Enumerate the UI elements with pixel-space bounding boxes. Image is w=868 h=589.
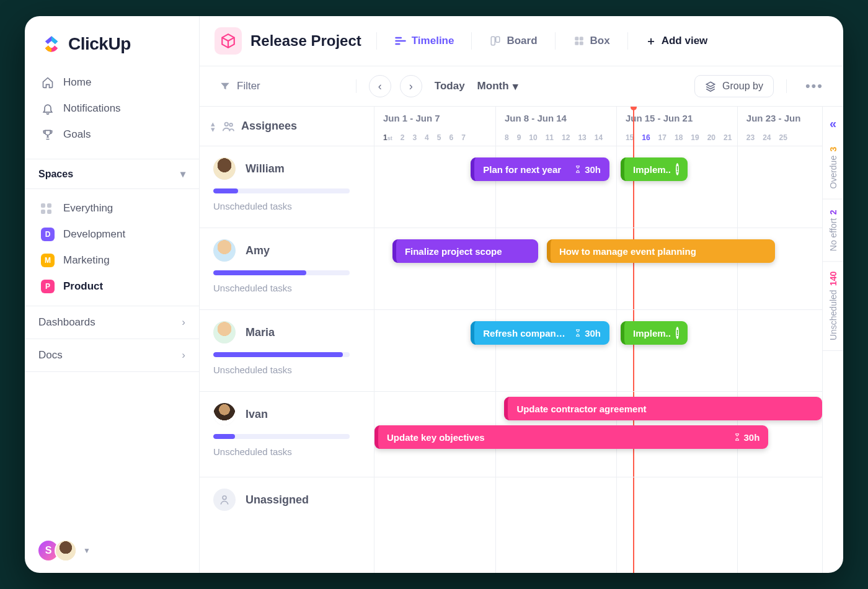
group-by-button[interactable]: Group by — [694, 75, 774, 97]
unscheduled-tasks-link[interactable]: Unscheduled tasks — [213, 446, 360, 457]
avatar-user — [55, 539, 77, 562]
avatar — [213, 321, 236, 343]
range-select[interactable]: Month ▾ — [477, 80, 518, 93]
space-development[interactable]: D Development — [32, 221, 192, 247]
home-icon — [41, 76, 55, 89]
separator — [356, 79, 356, 93]
space-product[interactable]: P Product — [32, 273, 192, 299]
assignee-row[interactable]: Amy Unscheduled tasks — [200, 228, 374, 310]
separator — [786, 79, 787, 93]
sort-icon: ▴▾ — [211, 121, 215, 132]
nav-docs[interactable]: Docs › — [25, 339, 199, 372]
nav-home[interactable]: Home — [32, 69, 192, 95]
unscheduled-tasks-link[interactable]: Unscheduled tasks — [213, 365, 360, 375]
view-tab-box[interactable]: Box — [567, 31, 616, 51]
rail-noeffort-label: No effort — [828, 218, 838, 250]
assignee-row-unassigned[interactable]: Unassigned — [200, 477, 374, 527]
rail-noeffort-count: 2 — [828, 210, 838, 215]
avatar — [213, 157, 236, 180]
space-badge-p: P — [41, 280, 55, 293]
spaces-title: Spaces — [38, 169, 73, 180]
rail-overdue[interactable]: Overdue 3 — [823, 137, 843, 200]
assignee-row[interactable]: William Unscheduled tasks — [200, 146, 374, 228]
chevron-right-icon: › — [182, 349, 185, 361]
task-label: Implem.. — [633, 164, 671, 175]
range-label: Month — [477, 80, 509, 92]
assignee-header[interactable]: ▴▾ Assignees — [200, 107, 374, 146]
caret-down-icon: ▼ — [83, 546, 91, 555]
separator — [627, 32, 628, 50]
assignee-row[interactable]: Maria Unscheduled tasks — [200, 310, 374, 392]
svg-rect-4 — [575, 42, 578, 45]
more-button[interactable]: ••• — [799, 76, 830, 97]
nav-notifications[interactable]: Notifications — [32, 95, 192, 122]
rail-noeffort[interactable]: No effort 2 — [823, 200, 843, 262]
today-button[interactable]: Today — [431, 78, 469, 95]
avatar — [213, 239, 236, 262]
task-bar[interactable]: Finalize project scope — [392, 239, 538, 263]
chevron-down-icon: ▾ — [513, 80, 518, 93]
task-bar[interactable]: Implem..! — [621, 157, 688, 181]
workload-bar — [213, 434, 350, 439]
separator — [376, 32, 377, 50]
space-marketing[interactable]: M Marketing — [32, 247, 192, 273]
rail-unscheduled[interactable]: Unscheduled 140 — [823, 262, 843, 351]
timeline-lane: Update contractor agreementUpdate key ob… — [374, 392, 822, 477]
people-icon — [221, 120, 235, 133]
chevron-down-icon: ▾ — [180, 168, 185, 180]
board-icon — [489, 35, 502, 47]
task-bar[interactable]: Update contractor agreement — [504, 397, 822, 420]
week-label: Jun 23 - Jun — [746, 113, 822, 123]
timeline-lane: Plan for next year30hImplem..! — [374, 146, 822, 228]
filter-button[interactable]: Filter — [213, 76, 267, 96]
svg-rect-0 — [492, 37, 495, 45]
timeline-icon — [394, 35, 407, 47]
task-bar[interactable]: How to manage event planning — [547, 239, 775, 263]
unscheduled-tasks-link[interactable]: Unscheduled tasks — [213, 201, 360, 211]
task-bar[interactable]: Refresh compan…30h — [471, 321, 609, 345]
assignee-name: Maria — [246, 326, 275, 339]
unscheduled-tasks-link[interactable]: Unscheduled tasks — [213, 283, 360, 293]
svg-point-7 — [229, 123, 232, 126]
view-tab-box-label: Box — [590, 35, 610, 47]
prev-button[interactable]: ‹ — [369, 75, 391, 97]
task-estimate: 30h — [574, 328, 601, 339]
nav-goals-label: Goals — [63, 128, 91, 141]
space-marketing-label: Marketing — [63, 254, 110, 267]
task-estimate: 30h — [574, 164, 601, 175]
filter-icon — [219, 81, 231, 92]
user-switcher[interactable]: S ▼ — [25, 528, 199, 573]
brand: ClickUp — [25, 16, 199, 67]
assignee-name: Amy — [246, 244, 270, 257]
task-bar[interactable]: Implem..! — [621, 321, 688, 345]
view-tab-board[interactable]: Board — [483, 31, 543, 51]
rail-unscheduled-label: Unscheduled — [828, 290, 838, 340]
add-view-button[interactable]: ＋ Add view — [639, 31, 714, 51]
rail-unscheduled-count: 140 — [828, 272, 838, 286]
brand-name: ClickUp — [68, 34, 131, 54]
week-header: Jun 15 - Jun 2115161718192021 — [616, 107, 737, 146]
nav-goals[interactable]: Goals — [32, 122, 192, 148]
chevron-left-icon: ‹ — [378, 80, 382, 93]
assignee-row[interactable]: Ivan Unscheduled tasks — [200, 392, 374, 477]
nav-dashboards[interactable]: Dashboards › — [25, 306, 199, 339]
avatar — [213, 403, 236, 425]
view-tab-timeline-label: Timeline — [412, 35, 454, 47]
workload-bar — [213, 352, 350, 357]
view-tab-timeline[interactable]: Timeline — [388, 31, 461, 51]
chevron-right-icon: › — [409, 80, 413, 93]
unassigned-icon — [213, 489, 236, 511]
task-bar[interactable]: Update key objectives30h — [374, 425, 768, 449]
week-header: Jun 1 - Jun 71st234567 — [374, 107, 495, 146]
view-tab-board-label: Board — [507, 35, 537, 47]
next-button[interactable]: › — [400, 75, 422, 97]
task-bar[interactable]: Plan for next year30h — [471, 157, 609, 181]
spaces-section-header[interactable]: Spaces ▾ — [25, 159, 199, 189]
assignee-name: William — [246, 162, 285, 175]
space-badge-m: M — [41, 254, 55, 267]
workload-bar — [213, 270, 350, 275]
rail-collapse-button[interactable]: « — [830, 107, 836, 137]
svg-rect-2 — [575, 37, 578, 40]
task-label: Plan for next year — [483, 164, 561, 175]
space-everything[interactable]: Everything — [32, 195, 192, 221]
